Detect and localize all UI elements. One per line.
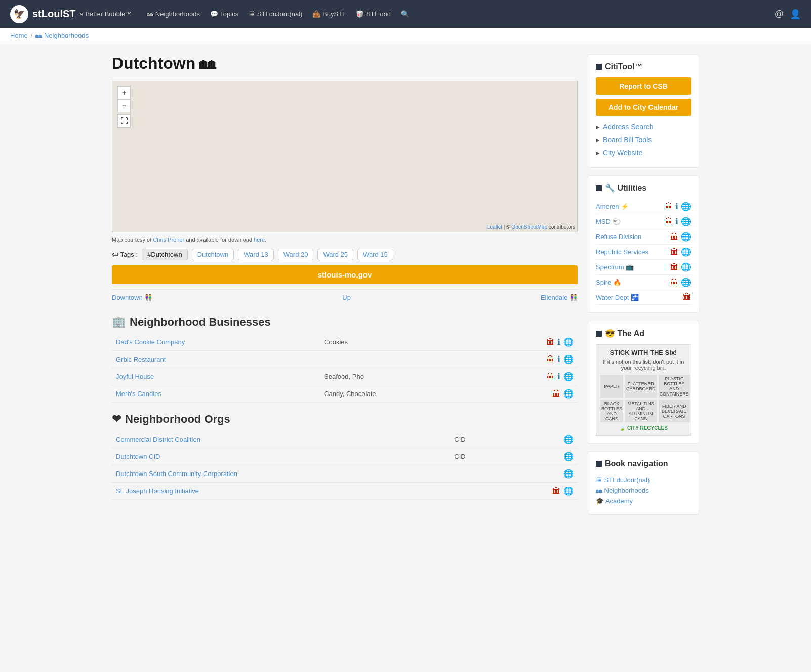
utility-info-0[interactable]: ℹ [675, 202, 678, 211]
book-nav-neighborhoods[interactable]: 🏘 Neighborhoods [596, 485, 691, 496]
utility-refuse[interactable]: Refuse Division [596, 233, 667, 241]
phone-icon-2[interactable]: 🏛 [546, 372, 554, 381]
utility-web-0[interactable]: 🌐 [681, 202, 691, 211]
table-row: Dutchtown South Community Corporation 🌐 [112, 465, 578, 483]
utility-spire[interactable]: Spire 🔥 [596, 279, 667, 286]
org-web-icon-1[interactable]: 🌐 [563, 452, 574, 461]
nav-topics[interactable]: 💬 Topics [210, 10, 238, 18]
org-name-3[interactable]: St. Joseph Housing Initiative [116, 487, 199, 495]
add-calendar-button[interactable]: Add to City Calendar [596, 99, 691, 116]
map-credit-author[interactable]: Chris Prener [153, 236, 184, 243]
leaflet-link[interactable]: Leaflet [487, 224, 502, 230]
utility-phone-0[interactable]: 🏛 [665, 202, 673, 211]
biz-name-1[interactable]: Grbic Restaurant [116, 355, 166, 363]
biz-name-2[interactable]: Joyful House [116, 373, 154, 380]
city-website-link[interactable]: ▶ City Website [596, 146, 691, 160]
triangle-icon-3: ▶ [596, 150, 600, 156]
tag-ward-25[interactable]: Ward 25 [317, 249, 353, 260]
map-credit-download-link[interactable]: here [254, 236, 265, 243]
utility-phone-3[interactable]: 🏛 [670, 248, 678, 257]
utility-water[interactable]: Water Dept 🚰 [596, 294, 680, 301]
biz-name-0[interactable]: Dad's Cookie Company [116, 338, 185, 346]
utility-web-5[interactable]: 🌐 [681, 278, 691, 287]
org-name-0[interactable]: Commercial District Coalition [116, 436, 200, 443]
utility-republic[interactable]: Republic Services [596, 248, 667, 256]
breadcrumb-home[interactable]: Home [10, 32, 28, 39]
map-credit-mid: and available for download [186, 236, 252, 243]
osm-link[interactable]: OpenStreetMap [511, 224, 547, 230]
businesses-table: Dad's Cookie Company Cookies 🏛ℹ🌐 Grbic R… [112, 334, 578, 403]
utility-phone-4[interactable]: 🏛 [670, 263, 678, 272]
utility-row-1: MSD 🐑 🏛 ℹ 🌐 [596, 214, 691, 229]
map-zoom-out[interactable]: − [117, 99, 131, 112]
utility-phone-5[interactable]: 🏛 [670, 278, 678, 287]
utility-web-2[interactable]: 🌐 [681, 232, 691, 242]
breadcrumb-sep: / [31, 32, 33, 39]
web-icon-1[interactable]: 🌐 [563, 354, 574, 364]
nav-food[interactable]: 🥡 STLfood [356, 10, 391, 18]
map-container: Ellenwood Park 155 MO 30 Chippewa Street… [112, 81, 578, 232]
breadcrumb-bar: Home / 🏘 Neighborhoods [0, 28, 811, 44]
web-icon-2[interactable]: 🌐 [563, 372, 574, 381]
web-icon-3[interactable]: 🌐 [563, 389, 574, 399]
utility-web-1[interactable]: 🌐 [681, 217, 691, 226]
address-search-link[interactable]: ▶ Address Search [596, 120, 691, 133]
triangle-icon-2: ▶ [596, 137, 600, 143]
tag-ward-20[interactable]: Ward 20 [278, 249, 314, 260]
board-bill-link[interactable]: ▶ Board Bill Tools [596, 133, 691, 146]
tag-ward-15[interactable]: Ward 15 [357, 249, 393, 260]
nav-prev[interactable]: Downtown 👫 [112, 294, 152, 301]
org-icons-3: 🏛🌐 [505, 486, 574, 496]
utility-web-3[interactable]: 🌐 [681, 247, 691, 257]
utility-row-5: Spire 🔥 🏛 🌐 [596, 275, 691, 290]
main-layout: Dutchtown 🏘 [102, 44, 709, 532]
info-icon-1[interactable]: ℹ [557, 354, 560, 364]
nav-up[interactable]: Up [342, 294, 351, 301]
utility-web-4[interactable]: 🌐 [681, 262, 691, 272]
businesses-heading-text: Neighborhood Businesses [130, 315, 271, 329]
org-web-icon-0[interactable]: 🌐 [563, 434, 574, 444]
biz-cat-2: Seafood, Pho [320, 368, 482, 385]
tag-ward-13[interactable]: Ward 13 [238, 249, 274, 260]
info-icon-2[interactable]: ℹ [557, 372, 560, 381]
book-nav-journal[interactable]: 🏛 STLduJour(nal) [596, 475, 691, 485]
phone-icon-0[interactable]: 🏛 [546, 338, 554, 347]
email-button[interactable]: @ [775, 9, 784, 19]
utility-icons-4: 🏛 🌐 [670, 262, 691, 272]
org-name-1[interactable]: Dutchtown CID [116, 453, 160, 460]
tag-dutchtown[interactable]: Dutchtown [192, 249, 234, 260]
utility-phone-1[interactable]: 🏛 [665, 217, 673, 226]
search-icon[interactable]: 🔍 [401, 10, 409, 18]
city-website-label: City Website [603, 149, 642, 157]
phone-icon-1[interactable]: 🏛 [546, 355, 554, 364]
utility-phone-2[interactable]: 🏛 [670, 232, 678, 242]
nav-next[interactable]: Ellendale 👫 [541, 294, 578, 301]
website-button[interactable]: stlouis-mo.gov [112, 265, 578, 284]
map-zoom-in[interactable]: + [117, 86, 131, 99]
utility-msd[interactable]: MSD 🐑 [596, 218, 662, 225]
nav-neighborhoods[interactable]: 🏘 Neighborhoods [147, 10, 200, 18]
utility-icons-1: 🏛 ℹ 🌐 [665, 217, 691, 226]
map-fullscreen[interactable]: ⛶ [117, 114, 131, 128]
utility-info-1[interactable]: ℹ [675, 217, 678, 226]
phone-icon-3[interactable]: 🏛 [552, 389, 560, 399]
utility-spectrum[interactable]: Spectrum 📺 [596, 263, 667, 271]
web-icon-0[interactable]: 🌐 [563, 337, 574, 347]
utility-phone-6[interactable]: 🏛 [683, 293, 691, 302]
book-nav-academy[interactable]: 🎓 Academy [596, 496, 691, 506]
org-web-icon-3[interactable]: 🌐 [563, 486, 574, 496]
tag-dutchtown-hash[interactable]: #Dutchtown [142, 249, 188, 260]
utilities-card: 🔧 Utilities Ameren ⚡ 🏛 ℹ 🌐 MSD 🐑 🏛 ℹ [588, 175, 699, 313]
cititool-card: CitiTool™ Report to CSB Add to City Cale… [588, 54, 699, 168]
biz-name-3[interactable]: Merb's Candies [116, 390, 161, 398]
info-icon-0[interactable]: ℹ [557, 337, 560, 347]
org-web-icon-2[interactable]: 🌐 [563, 469, 574, 479]
board-bill-label: Board Bill Tools [603, 136, 652, 144]
report-csb-button[interactable]: Report to CSB [596, 77, 691, 95]
utility-ameren[interactable]: Ameren ⚡ [596, 203, 662, 210]
org-phone-icon-3[interactable]: 🏛 [552, 487, 560, 496]
user-button[interactable]: 👤 [790, 9, 801, 20]
org-name-2[interactable]: Dutchtown South Community Corporation [116, 470, 237, 478]
nav-journal[interactable]: 🏛 STLduJour(nal) [249, 10, 302, 18]
nav-buy[interactable]: 👜 BuySTL [312, 10, 346, 18]
